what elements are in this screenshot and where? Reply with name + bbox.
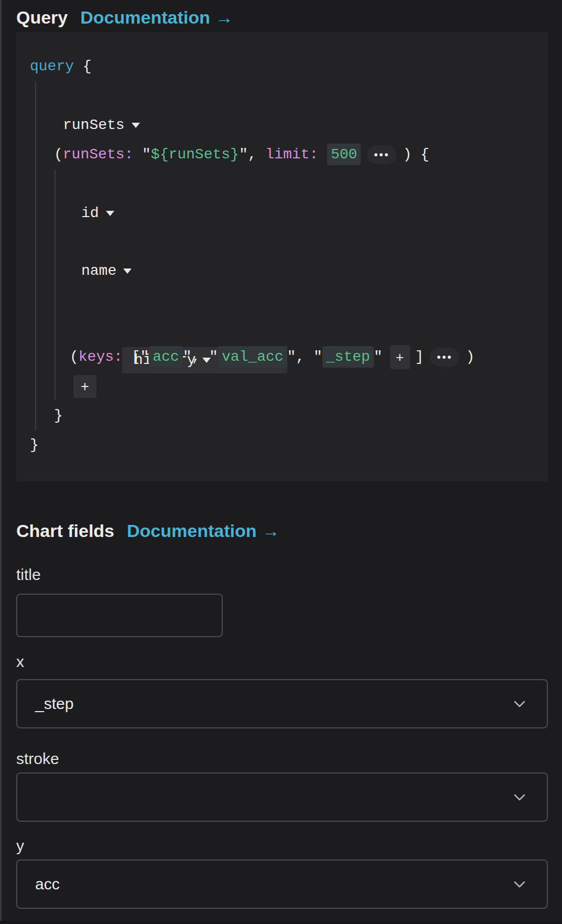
- ellipsis-icon: •••: [374, 149, 390, 160]
- query-section-header: Query Documentation →: [16, 0, 562, 28]
- y-select-value: acc: [35, 875, 60, 893]
- chevron-down-icon: [513, 700, 526, 708]
- caret-down-icon: [132, 123, 140, 128]
- open-brace: {: [83, 58, 92, 74]
- field-label-x: x: [16, 652, 562, 671]
- query-keyword: query: [30, 58, 74, 74]
- field-label-y: y: [16, 836, 562, 855]
- documentation-link-query[interactable]: Documentation →: [80, 6, 233, 28]
- close-brace-inner: }: [16, 401, 548, 431]
- more-options-button[interactable]: •••: [430, 348, 459, 367]
- documentation-link-label: Documentation: [127, 520, 256, 542]
- history-field-row: history: [16, 316, 548, 342]
- stroke-select[interactable]: [16, 772, 548, 822]
- name-field-button[interactable]: name: [16, 256, 548, 286]
- field-label-stroke: stroke: [16, 749, 562, 768]
- chart-fields-section-title: Chart fields: [16, 520, 114, 542]
- key-token-acc[interactable]: acc: [149, 346, 182, 368]
- add-field-row: +: [16, 372, 548, 401]
- y-select[interactable]: acc: [16, 859, 548, 909]
- arg-name-limit: limit:: [265, 146, 318, 163]
- add-key-button[interactable]: +: [390, 345, 410, 369]
- arg-name-runsets: runSets:: [63, 146, 133, 163]
- history-args-line: (keys: ["acc", "val_acc", "_step"+]•••): [16, 342, 548, 372]
- field-label-title: title: [16, 565, 562, 584]
- caret-down-icon: [123, 268, 132, 274]
- query-panel-editor: Query Documentation → query { runSets (r…: [0, 0, 562, 909]
- id-field-label: id: [81, 199, 99, 228]
- documentation-link-chart-fields[interactable]: Documentation →: [127, 520, 279, 542]
- id-field-button[interactable]: id: [16, 199, 548, 228]
- arrow-right-icon: →: [262, 520, 280, 542]
- chevron-down-icon: [513, 793, 526, 801]
- add-field-button[interactable]: +: [73, 375, 96, 398]
- close-brace-outer: }: [16, 431, 548, 460]
- runsets-field-label: runSets: [63, 111, 125, 140]
- runsets-field-button[interactable]: runSets: [16, 111, 548, 140]
- caret-down-icon: [106, 211, 114, 216]
- name-field-label: name: [81, 256, 116, 286]
- more-options-button[interactable]: •••: [367, 145, 396, 164]
- ellipsis-icon: •••: [437, 351, 452, 363]
- arrow-right-icon: →: [215, 6, 233, 28]
- x-select[interactable]: _step: [16, 679, 548, 728]
- query-section-title: Query: [16, 6, 68, 28]
- documentation-link-label: Documentation: [80, 6, 210, 28]
- x-select-value: _step: [35, 695, 73, 713]
- chart-fields-section-header: Chart fields Documentation →: [16, 520, 562, 542]
- panel-bottom-border: [0, 921, 562, 924]
- chevron-down-icon: [513, 880, 526, 888]
- key-token-step[interactable]: _step: [322, 346, 374, 368]
- key-token-val-acc[interactable]: val_acc: [218, 346, 287, 368]
- runsets-args-line: (runSets: "${runSets}", limit: 500•••) {: [16, 140, 548, 169]
- arg-name-keys: keys:: [79, 349, 123, 365]
- code-line-query: query {: [16, 52, 548, 81]
- runsets-template-value: ${runSets}: [151, 146, 239, 163]
- limit-value-token[interactable]: 500: [327, 144, 361, 165]
- query-editor-panel: query { runSets (runSets: "${runSets}", …: [16, 32, 548, 481]
- title-input[interactable]: [16, 594, 223, 637]
